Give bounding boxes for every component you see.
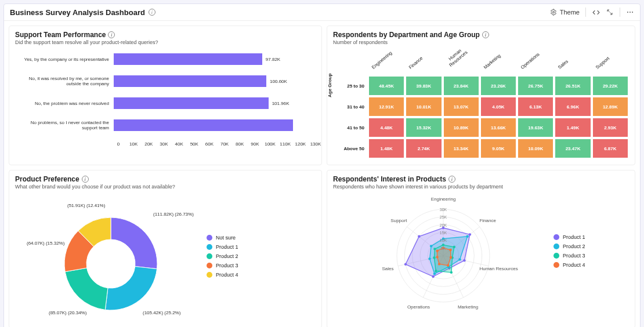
heatmap-chart: EngineeringFinanceHuman ResourcesMarketi… bbox=[333, 50, 629, 159]
axis-tick: 70K bbox=[220, 141, 229, 147]
bar-row: No problems, so I never contacted the su… bbox=[15, 119, 316, 131]
panel-donut: Product Preference i What other brand wo… bbox=[9, 170, 322, 327]
gear-icon bbox=[549, 8, 558, 16]
heatmap-cell[interactable]: 12.89K bbox=[592, 96, 629, 117]
heatmap-cell[interactable]: 26.75K bbox=[517, 75, 554, 96]
panel-subtitle: What other brand would you choose if our… bbox=[15, 184, 316, 190]
donut-slice-label: (51.91K) (12.41%) bbox=[67, 203, 105, 208]
legend-item[interactable]: Product 3 bbox=[553, 253, 585, 259]
bar-fill[interactable] bbox=[114, 75, 266, 87]
legend-item[interactable]: Product 4 bbox=[553, 262, 585, 268]
page-title: Business Survey Analysis Dashboard bbox=[10, 8, 145, 17]
legend-label: Product 1 bbox=[216, 244, 238, 250]
heatmap-cell[interactable]: 10.89K bbox=[443, 117, 480, 138]
svg-point-41 bbox=[447, 264, 449, 267]
radar-axis-label: Finance bbox=[479, 217, 495, 223]
heatmap-cell[interactable]: 39.83K bbox=[405, 75, 442, 96]
donut-slice[interactable] bbox=[111, 217, 157, 269]
heatmap-y-axis-label: Age Group bbox=[327, 74, 332, 97]
axis-tick: 110K bbox=[280, 141, 291, 147]
heatmap-cell[interactable]: 12.91K bbox=[368, 96, 405, 117]
heatmap-cell[interactable]: 9.05K bbox=[480, 138, 517, 159]
heatmap-cell[interactable]: 2.74K bbox=[405, 138, 442, 159]
legend-label: Product 2 bbox=[216, 253, 238, 259]
heatmap-cell[interactable]: 19.63K bbox=[517, 117, 554, 138]
axis-tick: 10K bbox=[129, 141, 138, 147]
legend-swatch bbox=[207, 235, 212, 241]
radar-tick: 10K bbox=[440, 238, 447, 242]
info-icon[interactable]: i bbox=[82, 176, 89, 183]
bar-fill[interactable] bbox=[114, 97, 269, 109]
heatmap-cell[interactable]: 26.51K bbox=[554, 75, 591, 96]
heatmap-cell[interactable]: 15.32K bbox=[405, 117, 442, 138]
heatmap-row-header: 31 to 40 bbox=[333, 96, 368, 117]
legend-item[interactable]: Product 3 bbox=[207, 263, 238, 268]
svg-point-18 bbox=[469, 233, 471, 235]
legend-item[interactable]: Product 2 bbox=[207, 253, 238, 259]
heatmap-cell[interactable]: 23.26K bbox=[480, 75, 517, 96]
legend-item[interactable]: Product 4 bbox=[207, 272, 238, 278]
heatmap-cell[interactable]: 1.48K bbox=[368, 138, 405, 159]
legend-item[interactable]: Product 1 bbox=[553, 234, 585, 240]
heatmap-cell[interactable]: 6.13K bbox=[517, 96, 554, 117]
heatmap-cell[interactable]: 1.49K bbox=[554, 117, 591, 138]
axis-tick: 100K bbox=[265, 141, 276, 147]
panel-subtitle: Respondents who have shown interest in v… bbox=[333, 184, 629, 190]
radar-tick: 5K bbox=[441, 246, 446, 250]
heatmap-cell[interactable]: 10.01K bbox=[405, 96, 442, 117]
svg-point-32 bbox=[453, 246, 455, 248]
donut-slice[interactable] bbox=[105, 267, 157, 310]
heatmap-cell[interactable]: 6.96K bbox=[554, 96, 591, 117]
bar-category-label: No problems, so I never contacted the su… bbox=[15, 120, 114, 130]
svg-point-23 bbox=[418, 235, 420, 238]
bar-row: Yes, by the company or its representativ… bbox=[15, 53, 316, 65]
heatmap-cell[interactable]: 4.05K bbox=[480, 96, 517, 117]
heatmap-cell[interactable]: 6.87K bbox=[592, 138, 629, 159]
bar-value-label: 100.60K bbox=[270, 79, 287, 84]
panel-title: Product Preference bbox=[15, 175, 79, 183]
legend-label: Not sure bbox=[216, 235, 236, 241]
more-icon[interactable] bbox=[626, 8, 634, 16]
svg-point-22 bbox=[404, 263, 407, 266]
axis-tick: 30K bbox=[160, 141, 168, 147]
header-bar: Business Survey Analysis Dashboard i The… bbox=[4, 4, 640, 21]
axis-tick: 120K bbox=[295, 141, 306, 147]
info-icon[interactable]: i bbox=[149, 9, 155, 16]
heatmap-cell[interactable]: 10.09K bbox=[517, 138, 554, 159]
panel-heatmap: Respondents by Department and Age Group … bbox=[327, 26, 635, 165]
axis-tick: 0 bbox=[117, 141, 120, 147]
heatmap-cell[interactable]: 23.47K bbox=[554, 138, 591, 159]
legend-item[interactable]: Product 2 bbox=[553, 244, 585, 249]
theme-button[interactable]: Theme bbox=[549, 8, 580, 16]
legend-item[interactable]: Product 1 bbox=[207, 244, 238, 250]
bar-row: No, the problem was never resolved101.96… bbox=[15, 97, 316, 109]
legend-item[interactable]: Not sure bbox=[207, 235, 238, 241]
axis-tick: 40K bbox=[175, 141, 183, 147]
svg-point-26 bbox=[458, 258, 461, 260]
heatmap-cell[interactable]: 13.66K bbox=[480, 117, 517, 138]
panel-title: Respondents' Interest in Products bbox=[333, 175, 446, 183]
legend-label: Product 3 bbox=[563, 253, 585, 259]
heatmap-cell[interactable]: 13.34K bbox=[443, 138, 480, 159]
info-icon[interactable]: i bbox=[108, 31, 115, 38]
bar-category-label: No, it was resolved by me, or someone ou… bbox=[15, 76, 114, 86]
heatmap-cell[interactable]: 2.93K bbox=[592, 117, 629, 138]
svg-point-40 bbox=[450, 256, 452, 259]
heatmap-cell[interactable]: 29.22K bbox=[592, 75, 629, 96]
radar-axis-label: Engineering bbox=[431, 197, 456, 202]
legend-swatch bbox=[553, 234, 559, 240]
bar-fill[interactable] bbox=[114, 53, 262, 65]
panel-radar: Respondents' Interest in Products i Resp… bbox=[327, 170, 635, 327]
heatmap-cell[interactable]: 48.45K bbox=[368, 75, 405, 96]
donut-slice-label: (111.82K) (26.73%) bbox=[153, 212, 194, 217]
heatmap-row-header: Above 50 bbox=[333, 138, 368, 159]
info-icon[interactable]: i bbox=[448, 176, 455, 183]
svg-point-21 bbox=[432, 275, 434, 278]
heatmap-cell[interactable]: 13.07K bbox=[443, 96, 480, 117]
heatmap-cell[interactable]: 4.48K bbox=[368, 117, 405, 138]
bar-fill[interactable] bbox=[114, 119, 293, 131]
code-icon[interactable] bbox=[592, 8, 600, 16]
heatmap-cell[interactable]: 23.84K bbox=[443, 75, 480, 96]
donut-slice[interactable] bbox=[65, 268, 108, 310]
expand-icon[interactable] bbox=[606, 8, 614, 16]
